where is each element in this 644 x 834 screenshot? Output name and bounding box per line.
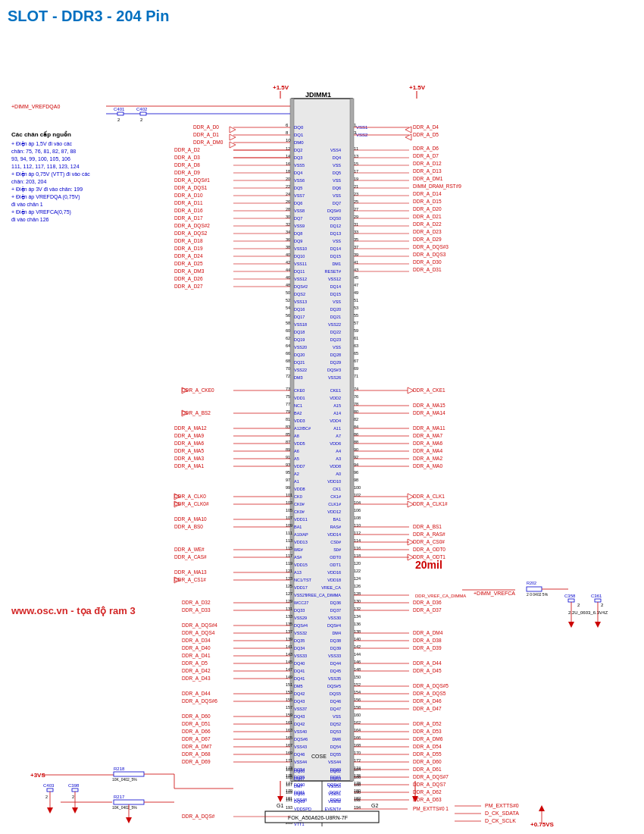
svg-text:64: 64 [286,343,290,348]
svg-text:DQ20: DQ20 [330,307,341,312]
svg-text:DQ6: DQ6 [333,186,341,190]
svg-text:VSS32: VSS32 [294,631,307,635]
svg-text:DDR_A_D8: DDR_A_D8 [174,162,200,168]
svg-text:DDR_A_D15: DDR_A_D15 [413,199,442,205]
svg-text:DDR_A_DQS#6: DDR_A_DQS#6 [182,698,217,704]
svg-text:DDR_A_D12: DDR_A_D12 [413,161,442,167]
svg-text:PM_EXTTS#0: PM_EXTTS#0 [485,803,519,809]
svg-text:A15: A15 [333,403,341,408]
svg-text:2: 2 [72,795,74,799]
svg-text:VDD7: VDD7 [294,464,305,469]
svg-text:111: 111 [286,531,292,535]
svg-text:DDR_VREF_CA_DIMMA: DDR_VREF_CA_DIMMA [415,594,466,598]
cap-c401: C401 [114,107,125,111]
svg-text:VSS29: VSS29 [294,616,307,620]
svg-text:DDR_A_D31: DDR_A_D31 [413,267,442,273]
svg-text:VSS12: VSS12 [328,277,341,281]
svg-text:A3: A3 [336,456,341,461]
svg-text:DQ35: DQ35 [294,638,305,643]
svg-text:VSS20: VSS20 [294,345,307,350]
svg-text:A14: A14 [333,411,341,415]
svg-text:DQ12: DQ12 [330,224,341,228]
svg-text:10K_0402_5%: 10K_0402_5% [112,777,137,782]
svg-text:DQ4: DQ4 [333,155,341,160]
svg-text:VSS4: VSS4 [330,148,341,152]
svg-text:A5: A5 [294,456,299,461]
svg-text:68: 68 [286,359,290,363]
svg-text:65: 65 [354,351,358,356]
svg-text:DDR_A_CS0#: DDR_A_CS0# [413,539,445,545]
svg-text:70: 70 [286,366,290,371]
svg-text:DDR_A_BS2: DDR_A_BS2 [182,410,211,416]
svg-text:DQ46: DQ46 [330,699,341,704]
svg-text:72: 72 [286,374,290,378]
svg-text:ODT0: ODT0 [330,555,341,560]
svg-text:DDR_A_DQS1: DDR_A_DQS1 [174,185,208,191]
svg-text:DQ41: DQ41 [294,676,305,681]
svg-text:150: 150 [354,675,361,679]
svg-text:VDD3: VDD3 [294,419,305,423]
svg-text:54: 54 [286,306,290,310]
svg-text:DDR_A_D51: DDR_A_D51 [182,721,211,727]
svg-text:108: 108 [354,516,361,520]
svg-text:VSS51: VSS51 [328,792,341,796]
svg-text:DDR_A_D41: DDR_A_D41 [182,653,211,659]
svg-text:DQ8: DQ8 [294,231,302,236]
svg-text:105: 105 [286,508,292,513]
svg-text:DQ15: DQ15 [330,254,341,259]
svg-text:VDD12: VDD12 [327,509,341,514]
svg-text:DM0: DM0 [294,140,304,145]
svg-text:47: 47 [354,283,358,287]
svg-text:DQ14: DQ14 [330,284,341,289]
svg-text:93, 94, 99, 100, 105, 106: 93, 94, 99, 100, 105, 106 [11,156,70,161]
svg-text:VSS33: VSS33 [294,654,307,658]
svg-text:124: 124 [354,576,361,581]
svg-text:DDR_A_MA14: DDR_A_MA14 [413,410,445,416]
svg-text:VDD16: VDD16 [327,570,341,575]
svg-text:DQ68: DQ68 [294,792,305,796]
svg-text:VDD8: VDD8 [294,487,305,491]
svg-text:DQ21: DQ21 [330,315,341,319]
svg-text:134: 134 [354,614,361,619]
svg-text:VSS22: VSS22 [294,368,307,372]
svg-text:DDR_A_DQS#2: DDR_A_DQS#2 [174,223,210,229]
svg-text:NC1/TST: NC1/TST [294,578,312,582]
svg-text:VDD5: VDD5 [294,441,305,446]
svg-text:DQ37: DQ37 [330,608,341,613]
svg-text:BA1: BA1 [294,525,302,529]
svg-text:DDR_A_DQS7: DDR_A_DQS7 [413,782,446,788]
svg-text:DQ10: DQ10 [294,254,305,259]
svg-text:A10/AP: A10/AP [294,532,308,537]
svg-text:CK1: CK1 [333,487,341,491]
svg-text:CK0#: CK0# [294,502,305,506]
svg-text:DQ62: DQ62 [330,769,341,773]
svg-text:DDR_A_MA3: DDR_A_MA3 [174,456,204,462]
svg-text:DDR_A_D38: DDR_A_D38 [413,638,442,644]
svg-text:59: 59 [354,328,358,333]
svg-text:VREE_CA_DIMMA: VREE_CA_DIMMA [305,593,341,597]
svg-text:52: 52 [286,298,290,303]
ic-label: FOK_A50A626-U8RN-7F [288,815,348,821]
svg-text:66: 66 [286,351,290,356]
svg-text:DDR_A_D10: DDR_A_D10 [174,193,203,199]
svg-text:CK0#: CK0# [294,509,305,514]
svg-text:58: 58 [286,321,290,325]
svg-text:DQS#2: DQS#2 [294,284,308,289]
svg-text:VSS: VSS [333,714,341,719]
svg-text:DDR_A_CS1#: DDR_A_CS1# [174,577,206,583]
svg-text:VDD15: VDD15 [294,563,308,567]
svg-text:WE#: WE# [294,547,304,552]
svg-text:DDR_A_D13: DDR_A_D13 [413,168,442,174]
svg-rect-603 [114,772,144,776]
cap-c361: C361 [591,594,602,598]
svg-text:DQ34: DQ34 [294,646,305,651]
svg-text:DDR_A_MA1: DDR_A_MA1 [174,463,204,469]
svg-text:A6: A6 [294,449,299,453]
svg-text:126: 126 [354,584,361,588]
svg-text:61: 61 [354,336,358,340]
svg-text:DDR_A_D44: DDR_A_D44 [182,691,211,697]
svg-text:DDR_A_D25: DDR_A_D25 [174,261,203,267]
svg-text:DDR_A_D7: DDR_A_D7 [413,153,439,159]
power-label-left: +1.5V [273,84,289,91]
svg-text:97: 97 [286,478,290,482]
